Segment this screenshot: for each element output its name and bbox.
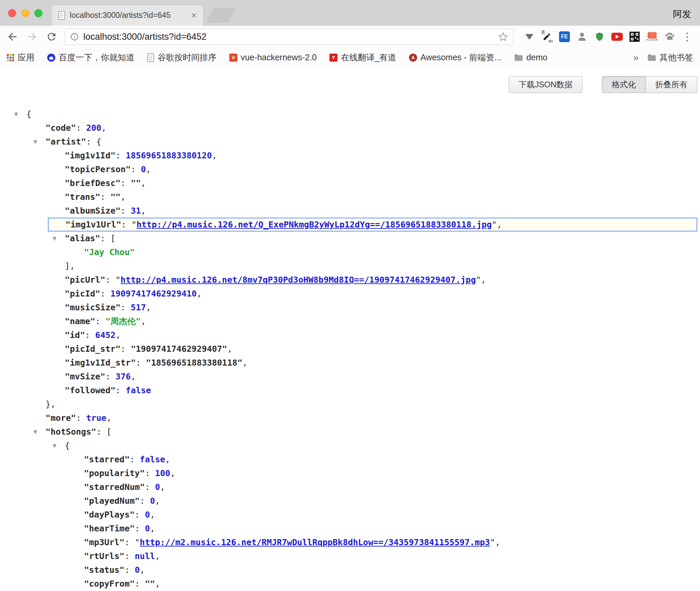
json-url-link[interactable]: http://p4.music.126.net/8mv7qP30Pd3oHW8b… (121, 275, 476, 285)
bookmark-baidu[interactable]: 百度一下，你就知道 (47, 52, 135, 63)
translate-extension-icon[interactable]: 英 en (540, 29, 554, 44)
json-token-p: , (155, 496, 160, 506)
page-info-icon[interactable] (70, 32, 79, 41)
json-line: "picUrl": "http://p4.music.126.net/8mv7q… (0, 273, 700, 287)
json-token-b: true (86, 413, 106, 423)
json-token-p: , (155, 551, 160, 561)
shield-extension-icon[interactable] (593, 29, 606, 44)
forward-button[interactable] (26, 30, 38, 43)
json-token-k: "mp3Url" (84, 537, 124, 547)
address-bar[interactable]: localhost:3000/artists?id=6452 (65, 29, 513, 45)
json-line: ▼"artist": { (0, 135, 700, 149)
paw-extension-icon[interactable] (663, 29, 676, 44)
new-tab-button[interactable] (206, 8, 236, 23)
json-token-d: "" (131, 178, 141, 188)
json-token-p: : (135, 579, 145, 589)
json-url-link[interactable]: http://p4.music.126.net/Q_ExePNkmgB2yWyL… (137, 220, 492, 229)
json-token-p: ", (492, 220, 502, 229)
json-viewer: ▼{"code": 200,▼"artist": {"img1v1Id": 18… (0, 67, 700, 591)
json-token-p: { (26, 109, 31, 119)
json-line: "topicPerson": 0, (0, 162, 700, 176)
window-close-button[interactable] (8, 9, 16, 17)
json-token-d: "" (145, 579, 155, 589)
json-token-p: : (124, 565, 135, 575)
bookmark-awesomes[interactable]: A Awesomes - 前端资... (409, 52, 501, 63)
fe-extension-icon[interactable]: FE (558, 29, 571, 44)
window-minimize-button[interactable] (21, 9, 29, 17)
json-token-p: : (116, 151, 126, 160)
json-token-p: , (116, 330, 121, 340)
json-token-p: : (145, 468, 155, 478)
qr-extension-icon[interactable] (628, 29, 641, 44)
json-token-k: "img1v1Id_str" (65, 358, 136, 368)
format-button[interactable]: 格式化 (602, 76, 646, 93)
json-token-p: , (227, 344, 232, 354)
bookmark-demo-folder[interactable]: demo (514, 53, 548, 62)
json-token-p: : (116, 385, 126, 395)
bookmark-youdao[interactable]: Y 在线翻译_有道 (329, 52, 396, 63)
json-token-p: " (135, 537, 140, 547)
json-token-p: , (141, 178, 146, 188)
page-content: 下载JSON数据 格式化 折叠所有 ▼{"code": 200,▼"artist… (0, 67, 700, 591)
json-token-b: null (135, 551, 155, 561)
json-token-p: : (96, 427, 107, 437)
json-token-n: 0 (155, 482, 160, 492)
json-line: }, (0, 397, 700, 411)
json-line: "status": 0, (0, 563, 700, 577)
bookmark-label: vue-hackernews-2.0 (241, 53, 317, 62)
json-line: ▼{ (0, 439, 700, 453)
collapse-toggle-icon[interactable]: ▼ (53, 232, 65, 246)
collapse-toggle-icon[interactable]: ▼ (33, 135, 46, 149)
json-token-p: : (76, 413, 86, 423)
json-line: "starred": false, (0, 453, 700, 466)
profile-extension-icon[interactable] (575, 29, 589, 44)
json-token-p: [ (107, 427, 112, 437)
json-token-p: : (129, 455, 140, 464)
back-button[interactable] (6, 30, 19, 43)
folder-icon (514, 54, 523, 61)
bookmark-apps[interactable]: 应用 (7, 52, 34, 63)
json-line: "rtUrls": null, (0, 549, 700, 563)
json-line: "img1v1Id_str": "18569651883380118", (0, 356, 700, 370)
bookmark-star-icon[interactable] (498, 32, 508, 42)
json-line: "id": 6452, (0, 328, 700, 342)
json-line: ▼"alias": [ (0, 231, 700, 245)
json-line: "followed": false (0, 383, 700, 397)
tab-close-icon[interactable]: × (191, 11, 197, 20)
window-zoom-button[interactable] (34, 9, 42, 17)
player-extension-icon[interactable]: PLAYER (645, 29, 659, 44)
json-token-n: 200 (86, 123, 101, 133)
bookmark-google-sort[interactable]: 谷歌按时间排序 (147, 52, 216, 63)
zh-label: 英 (541, 30, 545, 35)
collapse-toggle-icon[interactable]: ▼ (33, 425, 46, 439)
collapse-toggle-icon[interactable]: ▼ (53, 439, 65, 453)
json-token-p: , (101, 123, 107, 133)
browser-menu-button[interactable]: ⋮ (680, 29, 694, 44)
json-token-k: "topicPerson" (65, 164, 131, 174)
youtube-extension-icon[interactable] (610, 29, 624, 44)
en-label: en (549, 39, 553, 43)
download-json-button[interactable]: 下载JSON数据 (509, 76, 582, 93)
json-token-p: , (150, 510, 155, 520)
bookmark-vue-hackernews[interactable]: V vue-hackernews-2.0 (229, 53, 317, 62)
json-token-p: : (121, 303, 131, 312)
collapse-toggle-icon[interactable]: ▼ (14, 107, 26, 121)
json-url-link[interactable]: http://m2.music.126.net/RMJR7wDullRqppBk… (140, 537, 490, 547)
player-label: PLAYER (646, 38, 658, 41)
reload-button[interactable] (45, 30, 58, 43)
browser-tab[interactable]: localhost:3000/artists?id=645 × (51, 5, 204, 26)
bookmarks-overflow-icon[interactable]: » (633, 52, 639, 63)
person-icon (577, 31, 587, 42)
json-token-n: 0 (141, 164, 146, 174)
collapse-all-button[interactable]: 折叠所有 (646, 76, 697, 93)
other-bookmarks-folder[interactable]: 其他书签 (647, 52, 693, 63)
json-line: "musicSize": 517, (0, 301, 700, 314)
page-icon (147, 53, 154, 62)
json-token-k: "status" (84, 565, 124, 575)
json-token-n: 31 (131, 206, 141, 216)
extensions-area: 英 en FE PLAYER ⋮ (523, 29, 694, 44)
json-token-n: 19097417462929410 (110, 289, 197, 299)
gray-v-extension-icon[interactable] (523, 29, 536, 44)
json-token-k: "dayPlays" (84, 510, 135, 520)
json-token-k: "followed" (65, 385, 116, 395)
